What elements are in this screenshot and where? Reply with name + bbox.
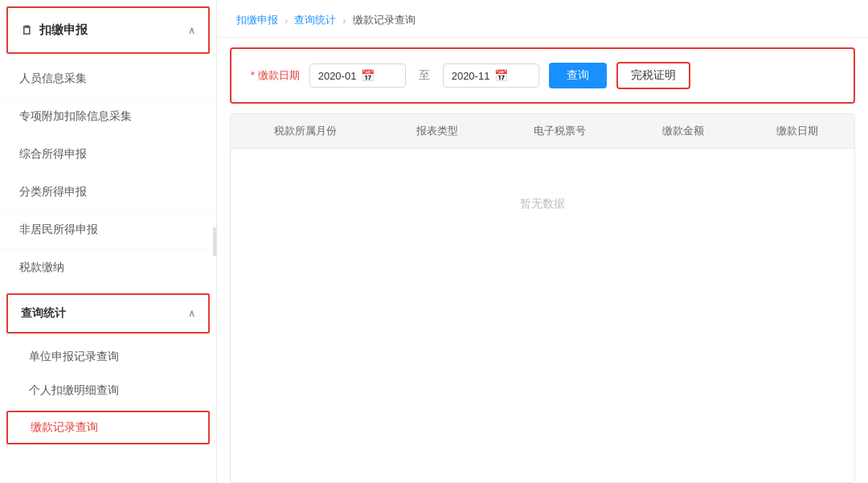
- date-to-input[interactable]: 2020-11 📅: [443, 63, 539, 88]
- breadcrumb-payment-record: 缴款记录查询: [353, 13, 416, 27]
- calendar-from-icon: 📅: [361, 69, 375, 82]
- sidebar-item-comprehensive-income[interactable]: 综合所得申报: [0, 136, 216, 174]
- breadcrumb-query-stats[interactable]: 查询统计: [294, 13, 336, 27]
- unit-report-query-label: 单位申报记录查询: [29, 350, 119, 362]
- query-stats-label: 查询统计: [21, 306, 66, 321]
- comprehensive-income-label: 综合所得申报: [19, 147, 87, 160]
- sidebar-item-unit-report-query[interactable]: 单位申报记录查询: [0, 340, 216, 374]
- date-separator: 至: [416, 68, 433, 83]
- query-stats-arrow: ∧: [188, 308, 195, 319]
- non-resident-label: 非居民所得申报: [19, 223, 98, 235]
- sidebar-item-personnel-info[interactable]: 人员信息采集: [0, 60, 216, 98]
- withholding-icon: 🗒: [21, 23, 33, 37]
- breadcrumb-withholding[interactable]: 扣缴申报: [236, 13, 278, 27]
- cert-button[interactable]: 完税证明: [616, 62, 690, 89]
- sidebar-item-non-resident[interactable]: 非居民所得申报: [0, 211, 216, 249]
- query-button[interactable]: 查询: [549, 63, 607, 88]
- sidebar-collapse-button[interactable]: ◀: [213, 227, 217, 256]
- payment-record-label: 缴款记录查询: [31, 420, 98, 433]
- sidebar-item-tax-payment[interactable]: 税款缴纳: [0, 249, 216, 287]
- sidebar-header-withholding[interactable]: 🗒 扣缴申报 ∧: [6, 6, 210, 54]
- main-content: 扣缴申报 › 查询统计 › 缴款记录查询 缴款日期 2020-01 📅 至 20…: [217, 0, 868, 483]
- col-month: 税款所属月份: [231, 114, 380, 149]
- col-date: 缴款日期: [740, 114, 854, 149]
- personnel-info-label: 人员信息采集: [19, 72, 87, 84]
- breadcrumb-sep-2: ›: [342, 14, 346, 27]
- sidebar-header-arrow: ∧: [188, 25, 195, 36]
- sidebar-section-query-stats[interactable]: 查询统计 ∧: [6, 293, 210, 334]
- payment-records-table: 税款所属月份 报表类型 电子税票号 缴款金额 缴款日期 暂无数据: [231, 114, 854, 260]
- filter-date-label: 缴款日期: [251, 68, 300, 83]
- personal-withholding-label: 个人扣缴明细查询: [29, 383, 119, 396]
- special-deduction-label: 专项附加扣除信息采集: [19, 109, 132, 122]
- date-to-value: 2020-11: [452, 70, 490, 82]
- sidebar-item-special-deduction[interactable]: 专项附加扣除信息采集: [0, 98, 216, 136]
- breadcrumb: 扣缴申报 › 查询统计 › 缴款记录查询: [217, 0, 868, 38]
- sidebar-item-payment-record[interactable]: 缴款记录查询: [6, 411, 210, 444]
- calendar-to-icon: 📅: [494, 69, 508, 82]
- col-report-type: 报表类型: [380, 114, 494, 149]
- date-from-value: 2020-01: [318, 70, 357, 82]
- col-amount: 缴款金额: [626, 114, 740, 149]
- sidebar-header-label: 扣缴申报: [39, 23, 88, 38]
- sidebar-item-classified-income[interactable]: 分类所得申报: [0, 174, 216, 211]
- table-empty-text: 暂无数据: [231, 149, 854, 260]
- table-empty-row: 暂无数据: [231, 149, 854, 260]
- tax-payment-label: 税款缴纳: [19, 260, 64, 273]
- sidebar: 🗒 扣缴申报 ∧ 人员信息采集 专项附加扣除信息采集 综合所得申报 分类所得申报…: [0, 0, 217, 483]
- sidebar-item-personal-withholding[interactable]: 个人扣缴明细查询: [0, 374, 216, 407]
- classified-income-label: 分类所得申报: [19, 185, 87, 198]
- table-container: 税款所属月份 报表类型 电子税票号 缴款金额 缴款日期 暂无数据: [230, 113, 855, 483]
- date-from-input[interactable]: 2020-01 📅: [309, 63, 406, 88]
- breadcrumb-sep-1: ›: [285, 14, 288, 27]
- col-e-tax-no: 电子税票号: [494, 114, 626, 149]
- filter-bar: 缴款日期 2020-01 📅 至 2020-11 📅 查询 完税证明: [230, 47, 855, 104]
